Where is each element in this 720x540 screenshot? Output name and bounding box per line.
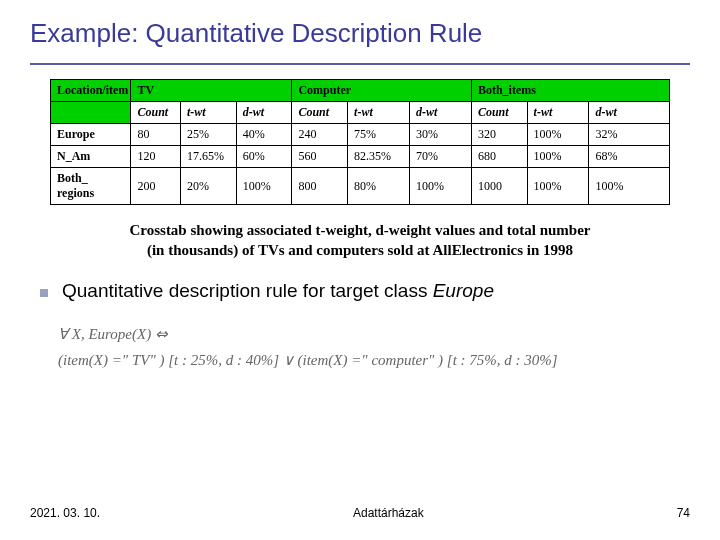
cell: 100% bbox=[409, 168, 471, 205]
cell: 560 bbox=[292, 146, 348, 168]
cell: 200 bbox=[131, 168, 181, 205]
cell: 60% bbox=[236, 146, 292, 168]
cell: 25% bbox=[180, 124, 236, 146]
row-label: N_Am bbox=[51, 146, 131, 168]
cell: 32% bbox=[589, 124, 670, 146]
cell: 240 bbox=[292, 124, 348, 146]
cell: 800 bbox=[292, 168, 348, 205]
cell: 320 bbox=[471, 124, 527, 146]
sub-twt: t-wt bbox=[527, 102, 589, 124]
cell: 20% bbox=[180, 168, 236, 205]
sub-twt: t-wt bbox=[180, 102, 236, 124]
cell: 80 bbox=[131, 124, 181, 146]
bullet-icon bbox=[40, 289, 48, 297]
sub-count: Count bbox=[131, 102, 181, 124]
cell: 80% bbox=[348, 168, 410, 205]
sub-count: Count bbox=[471, 102, 527, 124]
cell: 40% bbox=[236, 124, 292, 146]
cell: 680 bbox=[471, 146, 527, 168]
eq-line-1: ∀ X, Europe(X) ⇔ bbox=[58, 322, 690, 348]
cell: 68% bbox=[589, 146, 670, 168]
sub-dwt: d-wt bbox=[236, 102, 292, 124]
cell: 75% bbox=[348, 124, 410, 146]
table-caption: Crosstab showing associated t-weight, d-… bbox=[0, 205, 720, 260]
cell: 1000 bbox=[471, 168, 527, 205]
cell: 100% bbox=[527, 168, 589, 205]
cell: 120 bbox=[131, 146, 181, 168]
col-computer: Computer bbox=[292, 80, 471, 102]
bullet-tail: Europe bbox=[433, 280, 494, 301]
col-both: Both_items bbox=[471, 80, 669, 102]
row-label: Both_ regions bbox=[51, 168, 131, 205]
cell: 100% bbox=[236, 168, 292, 205]
bullet-text: Quantitative description rule for target… bbox=[62, 280, 494, 302]
sub-twt: t-wt bbox=[348, 102, 410, 124]
row-label: Europe bbox=[51, 124, 131, 146]
eq-line-2: (item(X) =" TV" ) [t : 25%, d : 40%] ∨ (… bbox=[58, 348, 690, 374]
crosstab-table: Location/item TV Computer Both_items Cou… bbox=[50, 79, 670, 205]
sub-dwt: d-wt bbox=[409, 102, 471, 124]
cell: 100% bbox=[527, 146, 589, 168]
caption-line-2: (in thousands) of TVs and computers sold… bbox=[147, 242, 573, 258]
cell: 30% bbox=[409, 124, 471, 146]
col-tv: TV bbox=[131, 80, 292, 102]
caption-line-1: Crosstab showing associated t-weight, d-… bbox=[129, 222, 590, 238]
cell: 82.35% bbox=[348, 146, 410, 168]
table-row: Both_ regions 200 20% 100% 800 80% 100% … bbox=[51, 168, 670, 205]
sub-dwt: d-wt bbox=[589, 102, 670, 124]
col-location: Location/item bbox=[51, 80, 131, 102]
rule-formula: ∀ X, Europe(X) ⇔ (item(X) =" TV" ) [t : … bbox=[0, 302, 720, 373]
bullet-main: Quantitative description rule for target… bbox=[62, 280, 433, 301]
footer-date: 2021. 03. 10. bbox=[30, 506, 100, 520]
cell: 17.65% bbox=[180, 146, 236, 168]
blank-cell bbox=[51, 102, 131, 124]
cell: 70% bbox=[409, 146, 471, 168]
sub-count: Count bbox=[292, 102, 348, 124]
cell: 100% bbox=[527, 124, 589, 146]
cell: 100% bbox=[589, 168, 670, 205]
table-row: Europe 80 25% 40% 240 75% 30% 320 100% 3… bbox=[51, 124, 670, 146]
table-row: N_Am 120 17.65% 60% 560 82.35% 70% 680 1… bbox=[51, 146, 670, 168]
footer-center: Adattárházak bbox=[353, 506, 424, 520]
slide-title: Example: Quantitative Description Rule bbox=[30, 18, 690, 49]
footer-page: 74 bbox=[677, 506, 690, 520]
